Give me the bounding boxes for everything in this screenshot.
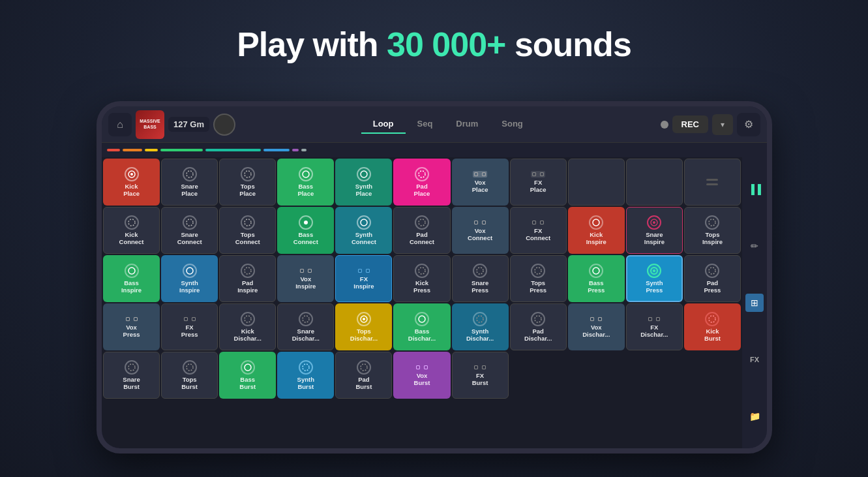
pad-bass-connect[interactable]: BassConnect bbox=[277, 207, 334, 254]
settings-button[interactable]: ⚙ bbox=[737, 113, 760, 136]
content-area: KickPlace SnarePlace TopsPlace BassPlace… bbox=[102, 157, 767, 448]
pad-tops-discharge[interactable]: TopsDischar... bbox=[335, 303, 392, 350]
pad-vox-connect[interactable]: VoxConnect bbox=[452, 207, 509, 254]
svg-point-22 bbox=[535, 268, 541, 274]
progress-seg-3 bbox=[145, 149, 158, 151]
pad-kick-discharge[interactable]: KickDischar... bbox=[219, 303, 276, 350]
rec-button[interactable]: REC bbox=[672, 115, 708, 133]
tab-loop[interactable]: Loop bbox=[361, 115, 406, 134]
pad-synth-discharge[interactable]: SynthDischar... bbox=[452, 303, 509, 350]
tab-seq[interactable]: Seq bbox=[406, 115, 445, 134]
key-value: Gm bbox=[190, 119, 204, 129]
svg-point-30 bbox=[363, 318, 365, 320]
nav-tabs: Loop Seq Drum Song bbox=[239, 115, 657, 134]
fx-icon[interactable]: FX bbox=[745, 350, 764, 369]
pad-snare-discharge[interactable]: SnareDischar... bbox=[277, 303, 334, 350]
pad-fx-connect[interactable]: FXConnect bbox=[510, 207, 567, 254]
right-sidebar: ▐▐ ✏ ⊞ FX 📁 bbox=[742, 157, 767, 448]
pad-vox-place[interactable]: VoxPlace bbox=[452, 159, 509, 206]
chevron-down-button[interactable]: ▾ bbox=[712, 114, 733, 135]
svg-point-25 bbox=[653, 269, 655, 272]
main-heading: Play with 30 000+ sounds bbox=[0, 25, 868, 64]
pad-fx-inspire[interactable]: FXInspire bbox=[335, 255, 392, 302]
pad-tops-burst[interactable]: TopsBurst bbox=[161, 352, 218, 399]
home-button[interactable]: ⌂ bbox=[108, 113, 132, 136]
svg-point-1 bbox=[130, 173, 133, 176]
pad-fx-place[interactable]: FXPlace bbox=[510, 159, 567, 206]
pad-vox-inspire[interactable]: VoxInspire bbox=[277, 255, 334, 302]
pad-bass-discharge[interactable]: BassDischar... bbox=[393, 303, 450, 350]
pad-synth-burst[interactable]: SynthBurst bbox=[277, 352, 334, 399]
svg-point-11 bbox=[361, 219, 367, 226]
svg-point-23 bbox=[593, 268, 599, 274]
pad-fx-burst[interactable]: FXBurst bbox=[452, 352, 509, 399]
pad-tops-inspire[interactable]: TopsInspire bbox=[684, 207, 741, 254]
pad-vox-burst[interactable]: VoxBurst bbox=[393, 352, 450, 399]
svg-point-28 bbox=[303, 316, 309, 322]
svg-point-33 bbox=[535, 316, 541, 322]
pad-fx-discharge[interactable]: FXDischar... bbox=[626, 303, 683, 350]
pad-kick-inspire[interactable]: KickInspire bbox=[568, 207, 625, 254]
pad-snare-place[interactable]: SnarePlace bbox=[161, 159, 218, 206]
phone-frame: ⌂ MASSIVEBASS 127 Gm Loop Seq Drum Song … bbox=[97, 101, 772, 454]
folder-icon[interactable]: 📁 bbox=[745, 407, 764, 425]
svg-point-18 bbox=[187, 268, 193, 274]
svg-point-21 bbox=[477, 268, 483, 274]
pad-bass-inspire[interactable]: BassInspire bbox=[103, 255, 160, 302]
pad-tops-place[interactable]: TopsPlace bbox=[219, 159, 276, 206]
progress-seg-6 bbox=[263, 149, 290, 151]
pad-pad-burst[interactable]: PadBurst bbox=[335, 352, 392, 399]
pad-pad-connect[interactable]: PadConnect bbox=[393, 207, 450, 254]
pad-bass-place[interactable]: BassPlace bbox=[277, 159, 334, 206]
bpm-display[interactable]: 127 Gm bbox=[168, 117, 209, 132]
album-thumbnail[interactable]: MASSIVEBASS bbox=[136, 110, 164, 139]
edit-icon[interactable]: ✏ bbox=[745, 237, 764, 255]
svg-point-13 bbox=[593, 219, 599, 226]
pad-bass-press[interactable]: BassPress bbox=[568, 255, 625, 302]
pad-kick-place[interactable]: KickPlace bbox=[103, 159, 160, 206]
svg-point-37 bbox=[245, 364, 251, 371]
progress-seg-1 bbox=[107, 149, 120, 151]
pad-kick-burst[interactable]: KickBurst bbox=[684, 303, 741, 350]
svg-point-10 bbox=[304, 221, 308, 224]
pad-kick-connect[interactable]: KickConnect bbox=[103, 207, 160, 254]
progress-seg-5 bbox=[205, 149, 261, 151]
extra-col-10-r1 bbox=[626, 159, 683, 206]
pad-snare-connect[interactable]: SnareConnect bbox=[161, 207, 218, 254]
svg-point-3 bbox=[245, 171, 251, 177]
pad-kick-press[interactable]: KickPress bbox=[393, 255, 450, 302]
pad-tops-press[interactable]: TopsPress bbox=[510, 255, 567, 302]
svg-point-4 bbox=[303, 171, 309, 177]
pad-pad-discharge[interactable]: PadDischar... bbox=[510, 303, 567, 350]
pad-synth-connect[interactable]: SynthConnect bbox=[335, 207, 392, 254]
pad-synth-inspire[interactable]: SynthInspire bbox=[161, 255, 218, 302]
pad-vox-press[interactable]: VoxPress bbox=[103, 303, 160, 350]
top-bar: ⌂ MASSIVEBASS 127 Gm Loop Seq Drum Song … bbox=[102, 106, 767, 143]
pad-vox-discharge[interactable]: VoxDischar... bbox=[568, 303, 625, 350]
svg-point-5 bbox=[361, 171, 367, 177]
pad-snare-inspire[interactable]: SnareInspire bbox=[626, 207, 683, 254]
svg-point-32 bbox=[477, 316, 483, 322]
tab-drum[interactable]: Drum bbox=[444, 115, 490, 134]
mixer-icon[interactable]: ⊞ bbox=[745, 294, 764, 312]
svg-point-36 bbox=[187, 364, 193, 371]
pad-pad-place[interactable]: PadPlace bbox=[393, 159, 450, 206]
pad-bass-burst[interactable]: BassBurst bbox=[219, 352, 276, 399]
svg-point-7 bbox=[128, 219, 135, 226]
rec-area: REC ▾ bbox=[661, 114, 733, 135]
tab-song[interactable]: Song bbox=[490, 115, 535, 134]
svg-point-31 bbox=[419, 316, 425, 322]
tempo-knob[interactable] bbox=[213, 114, 235, 136]
pad-snare-press[interactable]: SnarePress bbox=[452, 255, 509, 302]
svg-point-39 bbox=[361, 364, 367, 371]
progress-seg-8 bbox=[301, 149, 307, 151]
pad-pad-press[interactable]: PadPress bbox=[684, 255, 741, 302]
progress-seg-4 bbox=[160, 149, 203, 151]
pad-pad-inspire[interactable]: PadInspire bbox=[219, 255, 276, 302]
pad-synth-place[interactable]: SynthPlace bbox=[335, 159, 392, 206]
pad-fx-press[interactable]: FXPress bbox=[161, 303, 218, 350]
pad-tops-connect[interactable]: TopsConnect bbox=[219, 207, 276, 254]
pad-synth-press[interactable]: SynthPress bbox=[626, 255, 683, 302]
play-pause-icon[interactable]: ▐▐ bbox=[745, 180, 764, 198]
pad-snare-burst[interactable]: SnareBurst bbox=[103, 352, 160, 399]
